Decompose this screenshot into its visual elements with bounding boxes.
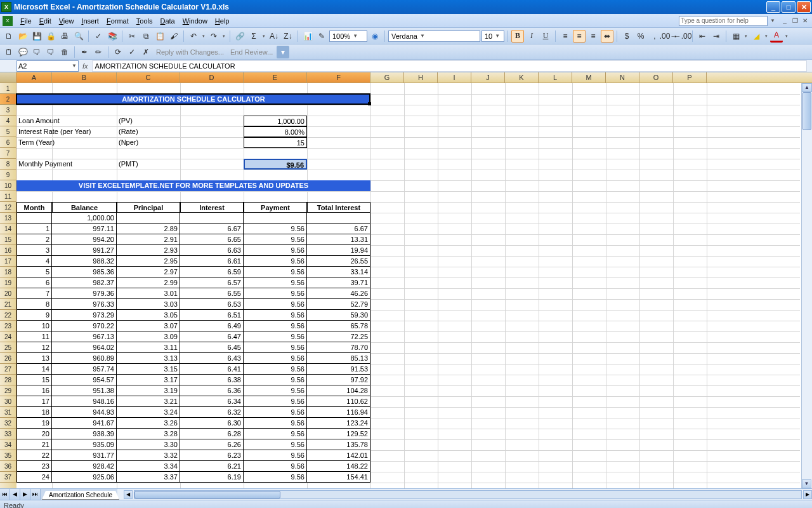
amort-r24c3[interactable]: 6.47: [180, 331, 244, 342]
input-pv[interactable]: 1,000.00: [244, 116, 307, 126]
amort-r19c5[interactable]: 39.71: [307, 277, 370, 288]
amort-r34c1[interactable]: 935.09: [52, 439, 117, 450]
amort-blank-5[interactable]: [307, 213, 370, 224]
banner-title[interactable]: AMORTIZATION SCHEDULE CALCULATOR: [16, 94, 370, 105]
amort-r30c2[interactable]: 3.21: [117, 396, 180, 407]
col-header-E[interactable]: E: [244, 72, 307, 83]
scroll-right-icon[interactable]: ▶: [803, 490, 812, 499]
amort-r16c2[interactable]: 2.93: [117, 245, 180, 256]
sheet-tab-active[interactable]: Amortization Schedule: [42, 491, 119, 500]
amort-r31c2[interactable]: 3.24: [117, 407, 180, 418]
amort-r20c2[interactable]: 3.01: [117, 288, 180, 299]
row-header-29[interactable]: 29: [0, 385, 16, 396]
row-header-18[interactable]: 18: [0, 267, 16, 277]
amort-header-2[interactable]: Principal: [117, 202, 180, 213]
track-changes-icon[interactable]: ⟳: [112, 46, 124, 58]
redo-icon[interactable]: ↷: [207, 30, 220, 43]
amort-r28c5[interactable]: 97.92: [307, 375, 370, 385]
menu-data[interactable]: Data: [156, 16, 178, 26]
amort-r21c5[interactable]: 52.79: [307, 299, 370, 310]
amort-r30c5[interactable]: 110.62: [307, 396, 370, 407]
print-preview-icon[interactable]: 🔍: [72, 30, 85, 43]
row-header-1[interactable]: 1: [0, 83, 16, 94]
amort-r20c1[interactable]: 979.36: [52, 288, 117, 299]
label-pv[interactable]: (PV): [117, 116, 180, 126]
cut-icon[interactable]: ✂: [126, 30, 138, 43]
doc-close-button[interactable]: ✕: [801, 17, 809, 25]
scroll-down-icon[interactable]: ▼: [802, 479, 811, 488]
decrease-decimal-icon[interactable]: ←.00: [676, 30, 689, 43]
amort-header-1[interactable]: Balance: [52, 202, 117, 213]
amort-header-3[interactable]: Interest: [180, 202, 244, 213]
amort-r37c3[interactable]: 6.19: [180, 472, 244, 483]
amort-r17c4[interactable]: 9.56: [244, 256, 307, 267]
amort-r20c0[interactable]: 7: [16, 288, 52, 299]
accept-change-icon[interactable]: ✓: [126, 46, 138, 58]
amort-header-0[interactable]: Month: [16, 202, 52, 213]
amort-blank-2[interactable]: [117, 213, 180, 224]
menu-edit[interactable]: Edit: [36, 16, 55, 26]
amort-r21c3[interactable]: 6.53: [180, 299, 244, 310]
amort-r20c5[interactable]: 46.26: [307, 288, 370, 299]
italic-button[interactable]: I: [525, 30, 538, 43]
amort-r24c1[interactable]: 967.13: [52, 331, 117, 342]
align-center-icon[interactable]: ≡: [573, 30, 586, 43]
amort-r37c5[interactable]: 154.41: [307, 472, 370, 483]
sort-desc-icon[interactable]: Z↓: [282, 30, 294, 43]
amort-r24c2[interactable]: 3.09: [117, 331, 180, 342]
menu-file[interactable]: File: [16, 16, 36, 26]
amort-r36c4[interactable]: 9.56: [244, 461, 307, 472]
row-header-27[interactable]: 27: [0, 364, 16, 375]
amort-r14c0[interactable]: 1: [16, 224, 52, 234]
save-icon[interactable]: 💾: [30, 30, 43, 43]
row-header-25[interactable]: 25: [0, 342, 16, 353]
col-header-F[interactable]: F: [307, 72, 370, 83]
amort-r14c4[interactable]: 9.56: [244, 224, 307, 234]
amort-r16c1[interactable]: 991.27: [52, 245, 117, 256]
amort-r25c2[interactable]: 3.11: [117, 342, 180, 353]
amort-header-4[interactable]: Payment: [244, 202, 307, 213]
amort-r29c3[interactable]: 6.36: [180, 385, 244, 396]
col-header-J[interactable]: J: [471, 72, 505, 83]
amort-r25c4[interactable]: 9.56: [244, 342, 307, 353]
amort-r33c4[interactable]: 9.56: [244, 429, 307, 439]
row-header-13[interactable]: 13: [0, 213, 16, 224]
amort-r14c5[interactable]: 6.67: [307, 224, 370, 234]
amort-r26c5[interactable]: 85.13: [307, 353, 370, 364]
row-header-35[interactable]: 35: [0, 450, 16, 461]
output-pmt[interactable]: $9.56: [244, 159, 307, 170]
amort-header-5[interactable]: Total Interest: [307, 202, 370, 213]
row-header-9[interactable]: 9: [0, 170, 16, 180]
font-size-combo[interactable]: 10▼: [481, 30, 504, 42]
copy-icon[interactable]: ⧉: [140, 30, 152, 43]
amort-r19c0[interactable]: 6: [16, 277, 52, 288]
amort-r31c1[interactable]: 944.93: [52, 407, 117, 418]
amort-r37c4[interactable]: 9.56: [244, 472, 307, 483]
increase-indent-icon[interactable]: ⇥: [710, 30, 723, 43]
scroll-thumb-horizontal[interactable]: [134, 491, 280, 498]
toolbar-options-icon[interactable]: ▾: [277, 46, 289, 58]
amort-r18c4[interactable]: 9.56: [244, 267, 307, 277]
row-header-3[interactable]: 3: [0, 105, 16, 116]
amort-r16c4[interactable]: 9.56: [244, 245, 307, 256]
amort-r33c2[interactable]: 3.28: [117, 429, 180, 439]
amort-r15c5[interactable]: 13.31: [307, 234, 370, 245]
amort-r36c2[interactable]: 3.34: [117, 461, 180, 472]
undo-icon[interactable]: ↶: [187, 30, 200, 43]
col-header-M[interactable]: M: [572, 72, 606, 83]
amort-r26c1[interactable]: 960.89: [52, 353, 117, 364]
row-header-22[interactable]: 22: [0, 310, 16, 321]
row-header-36[interactable]: 36: [0, 461, 16, 472]
undo-dropdown-icon[interactable]: ▾: [201, 34, 206, 39]
col-header-N[interactable]: N: [606, 72, 639, 83]
help-dropdown-icon[interactable]: ▼: [770, 18, 775, 23]
align-right-icon[interactable]: ≡: [587, 30, 599, 43]
amort-r35c2[interactable]: 3.32: [117, 450, 180, 461]
amort-r33c0[interactable]: 20: [16, 429, 52, 439]
row-header-24[interactable]: 24: [0, 331, 16, 342]
row-header-4[interactable]: 4: [0, 116, 16, 126]
row-header-11[interactable]: 11: [0, 191, 16, 202]
scroll-thumb-vertical[interactable]: [802, 92, 811, 130]
amort-r36c1[interactable]: 928.42: [52, 461, 117, 472]
col-header-O[interactable]: O: [639, 72, 673, 83]
